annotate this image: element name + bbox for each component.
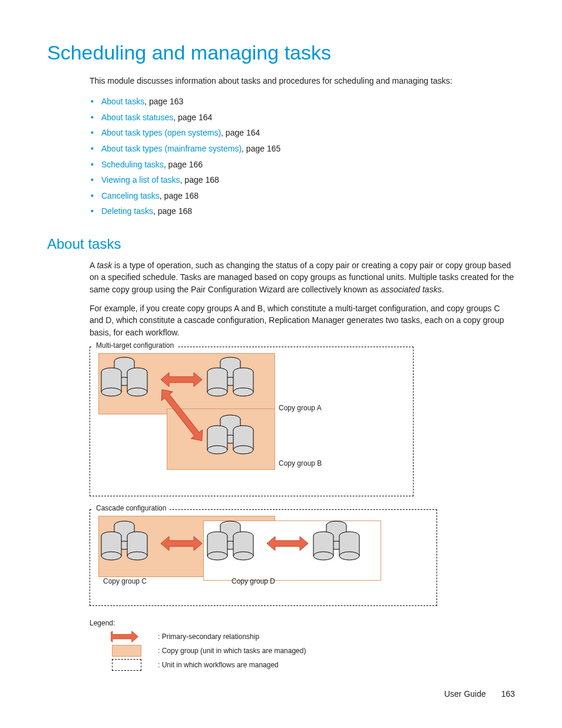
legend: Legend: : Primary-secondary relationship… <box>90 619 515 671</box>
toc-item: Canceling tasks, page 168 <box>101 188 515 204</box>
legend-workflow-text: : Unit in which workflows are managed <box>158 661 279 669</box>
toc-item: Deleting tasks, page 168 <box>101 203 515 219</box>
legend-copygroup-text: : Copy group (unit in which tasks are ma… <box>158 647 306 655</box>
toc-suffix: , page 166 <box>164 160 203 169</box>
toc-link-scheduling-tasks[interactable]: Scheduling tasks <box>101 160 164 169</box>
toc-suffix: , page 163 <box>144 97 183 106</box>
toc-suffix: , page 168 <box>153 206 192 216</box>
cascade-box: Cascade configuration Copy group C Copy … <box>90 509 437 606</box>
legend-primary-text: : Primary-secondary relationship <box>158 633 259 641</box>
section-heading-about-tasks: About tasks <box>47 236 515 252</box>
legend-title: Legend: <box>90 619 515 627</box>
legend-row-primary: : Primary-secondary relationship <box>90 631 515 643</box>
about-tasks-paragraph-2: For example, if you create copy groups A… <box>47 302 515 338</box>
toc-link-about-task-types-mainframe[interactable]: About task types (mainframe systems) <box>101 144 242 153</box>
double-arrow-icon <box>106 631 147 643</box>
para1-mid: is a type of operation, such as changing… <box>90 261 514 294</box>
page-title: Scheduling and managing tasks <box>47 41 515 64</box>
dashed-box-icon <box>106 659 147 671</box>
toc-link-about-tasks[interactable]: About tasks <box>101 97 144 106</box>
toc-link-about-task-statuses[interactable]: About task statuses <box>101 113 173 122</box>
para1-em-task: task <box>97 261 112 270</box>
para1-em-associated-tasks: associated tasks <box>381 285 442 294</box>
para1-pre: A <box>90 261 97 270</box>
toc-suffix: , page 168 <box>180 175 219 185</box>
footer-label: User Guide <box>444 689 486 699</box>
toc-link-viewing-list[interactable]: Viewing a list of tasks <box>101 175 180 185</box>
multi-target-svg <box>90 347 396 477</box>
toc-link-about-task-types-open[interactable]: About task types (open systems) <box>101 128 221 137</box>
document-page: Scheduling and managing tasks This modul… <box>0 0 562 728</box>
toc-link-canceling-tasks[interactable]: Canceling tasks <box>101 191 160 200</box>
toc-item: Viewing a list of tasks, page 168 <box>101 172 515 188</box>
toc-item: About task statuses, page 164 <box>101 110 515 126</box>
copygroup-swatch-icon <box>106 645 147 657</box>
toc-suffix: , page 168 <box>160 191 199 200</box>
toc-item: About task types (mainframe systems), pa… <box>101 141 515 157</box>
toc-suffix: , page 164 <box>221 128 260 137</box>
cascade-svg <box>90 510 420 587</box>
toc-suffix: , page 164 <box>173 113 212 122</box>
footer-page-number: 163 <box>501 689 515 699</box>
diagram-container: Multi-target configuration Copy group A … <box>47 347 515 671</box>
toc-link-deleting-tasks[interactable]: Deleting tasks <box>101 206 153 216</box>
toc-list: About tasks, page 163 About task statuse… <box>47 94 515 219</box>
legend-row-workflow: : Unit in which workflows are managed <box>90 659 515 671</box>
toc-item: About task types (open systems), page 16… <box>101 125 515 141</box>
toc-suffix: , page 165 <box>242 144 280 153</box>
toc-item: Scheduling tasks, page 166 <box>101 157 515 173</box>
legend-row-copygroup: : Copy group (unit in which tasks are ma… <box>90 645 515 657</box>
svg-marker-6 <box>157 385 208 444</box>
about-tasks-paragraph-1: A task is a type of operation, such as c… <box>47 259 515 295</box>
toc-item: About tasks, page 163 <box>101 94 515 110</box>
para1-post: . <box>442 285 444 294</box>
multi-target-box: Multi-target configuration Copy group A … <box>90 347 414 496</box>
intro-paragraph: This module discusses information about … <box>47 75 515 87</box>
page-footer: User Guide 163 <box>444 689 515 699</box>
